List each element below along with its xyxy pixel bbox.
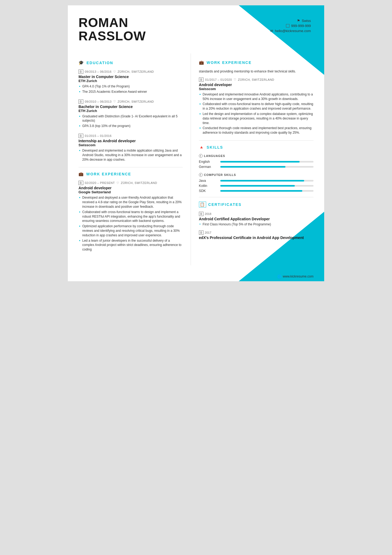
section-sep-3 (199, 197, 313, 197)
work-exp-left-section: 💼 WORK EXPERIENCE 🗓 02/2020 – PRESENT ♡ … (79, 172, 183, 252)
phone-icon (286, 24, 289, 28)
computer-skills-subtitle: i COMPUTER SKILLS (199, 173, 313, 177)
section-sep-2 (199, 140, 313, 141)
edu-bullets-2: Graduated with Distinction (Grade 1- A/ … (79, 114, 183, 128)
cert-year-1: 🗓 2018 (199, 212, 313, 216)
edu-bullet-2-1: GPA 3.8 (top 10% of the program) (79, 124, 183, 128)
cert-year-2: 🗓 2017 (199, 230, 313, 235)
skill-bar-sdk (220, 190, 313, 192)
entry-meta-1: 🗓 09/2013 – 06/2016 ♡ ZÜRICH, SWITZERLAN… (79, 70, 183, 74)
languages-subtitle: i LANGUAGES (199, 154, 313, 158)
work-bullet-1-1: Collaborated with cross-functional teams… (79, 210, 183, 223)
education-section-title: 🎓 EDUCATION (79, 60, 183, 65)
education-entry-1: 🗓 09/2013 – 06/2016 ♡ ZÜRICH, SWITZERLAN… (79, 70, 183, 94)
entry-meta-3: 🗓 01/2015 – 01/2016 (79, 134, 183, 138)
education-entry-2: 🗓 09/2010 – 06/2013 ♡ ZÜRICH, SWITZERLAN… (79, 99, 183, 128)
skill-bar-java (220, 180, 313, 182)
work-bullet-2-2: Led the design and implementation of a c… (199, 112, 313, 125)
work-entry-1: 🗓 02/2020 – PRESENT ♡ ZÜRICH, SWITZERLAN… (79, 181, 183, 252)
edu-bullet-3-0: Developed and implemented a mobile appli… (79, 148, 183, 162)
pin-icon-w2: ♡ (234, 78, 237, 81)
calendar-icon-w2: 🗓 (199, 78, 204, 82)
work-exp-left-title: 💼 WORK EXPERIENCE (79, 172, 183, 176)
edu-bullet-1-0: GPA 4.0 (Top 1% of the Program) (79, 84, 183, 89)
briefcase-icon-right: 💼 (199, 60, 205, 65)
briefcase-icon-left: 💼 (79, 172, 84, 176)
calendar-icon-w1: 🗓 (79, 181, 83, 185)
cert-entry-1: 🗓 2018 Android Certified Application Dev… (199, 212, 313, 227)
calendar-icon-2: 🗓 (79, 99, 83, 104)
skill-fill-english (220, 161, 300, 163)
left-column: 🎓 EDUCATION 🗓 09/2013 – 06/2016 ♡ ZÜRICH… (68, 53, 191, 265)
header-section: ROMAN RASSLOW ⚑ Swiss 999-999-999 ✉ hell… (68, 5, 324, 53)
work-entry-2: 🗓 01/2017 – 01/2020 ♡ ZÜRICH, SWITZERLAN… (199, 78, 313, 135)
education-entry-3: 🗓 01/2015 – 01/2016 Internship as Androi… (79, 134, 183, 162)
pin-icon-2: ♡ (113, 100, 116, 103)
work-bullets-2: Developed and implemented innovative And… (199, 92, 313, 135)
flag-icon: ⚑ (297, 19, 300, 23)
skill-fill-sdk (220, 190, 302, 192)
skill-kotlin: Kotlin (199, 184, 313, 188)
work-bullet-2-3: Conducted thorough code reviews and impl… (199, 126, 313, 135)
website-link: 🌐 www.kickresume.com (277, 275, 313, 279)
resume-document: ROMAN RASSLOW ⚑ Swiss 999-999-999 ✉ hell… (68, 5, 324, 281)
work-bullets-1: Developed and deployed a user-friendly A… (79, 195, 183, 252)
right-column: 💼 WORK EXPERIENCE standards and providin… (191, 53, 324, 265)
phone-item: 999-999-999 (270, 24, 311, 28)
education-section: 🎓 EDUCATION 🗓 09/2013 – 06/2016 ♡ ZÜRICH… (79, 60, 183, 162)
contact-info: ⚑ Swiss 999-999-999 ✉ hello@kickresume.c… (270, 19, 313, 34)
calendar-icon-c1: 🗓 (199, 212, 203, 216)
work-exp-right-title: 💼 WORK EXPERIENCE (199, 60, 313, 65)
skill-bar-kotlin (220, 185, 313, 187)
work-bullet-1-3: Led a team of junior developers in the s… (79, 238, 183, 252)
globe-icon: 🌐 (277, 275, 281, 279)
email-item: ✉ hello@kickresume.com (270, 29, 311, 33)
edu-bullet-1-1: The 2015 Academic Excellence Award winne… (79, 90, 183, 94)
work-bullet-2-0: Developed and implemented innovative And… (199, 92, 313, 101)
skill-german: German (199, 165, 313, 169)
pin-icon-1: ♡ (113, 70, 116, 74)
skills-section-title: 🔺 SKILLS (199, 145, 313, 150)
skill-sdk: SDK (199, 189, 313, 193)
main-content: 🎓 EDUCATION 🗓 09/2013 – 06/2016 ♡ ZÜRICH… (68, 53, 324, 265)
skill-java: Java (199, 179, 313, 183)
edu-bullets-3: Developed and implemented a mobile appli… (79, 148, 183, 162)
work-bullet-1-2: Optimized application performance by con… (79, 224, 183, 237)
languages-subsection: i LANGUAGES English German (199, 154, 313, 169)
computer-skills-subsection: i COMPUTER SKILLS Java Kotlin (199, 173, 313, 193)
certificate-icon: 📋 (199, 202, 206, 207)
work-bullet-2-1: Collaborated with cross-functional teams… (199, 102, 313, 111)
cert-title-1: Android Certified Application Developer (199, 217, 313, 221)
calendar-icon-c2: 🗓 (199, 230, 203, 235)
candidate-name: ROMAN RASSLOW (79, 16, 146, 43)
cert-title-2: edX's Professional Certificate in Androi… (199, 235, 313, 240)
certificates-section: 📋 CERTIFICATES 🗓 2018 Android Certified … (199, 202, 313, 240)
calendar-icon-1: 🗓 (79, 70, 83, 74)
edu-bullets-1: GPA 4.0 (Top 1% of the Program) The 2015… (79, 84, 183, 94)
skills-section: 🔺 SKILLS i LANGUAGES English (199, 145, 313, 193)
footer-section: 🌐 www.kickresume.com (68, 265, 324, 281)
pin-icon-w1: ♡ (116, 181, 119, 185)
skill-english: English (199, 160, 313, 164)
work-meta-2: 🗓 01/2017 – 01/2020 ♡ ZÜRICH, SWITZERLAN… (199, 78, 313, 82)
skills-icon: 🔺 (199, 145, 205, 150)
work-bullet-1-0: Developed and deployed a user-friendly A… (79, 195, 183, 209)
graduation-icon: 🎓 (79, 60, 84, 65)
edu-bullet-2-0: Graduated with Distinction (Grade 1- A/ … (79, 114, 183, 123)
work-meta-1: 🗓 02/2020 – PRESENT ♡ ZÜRICH, SWITZERLAN… (79, 181, 183, 185)
cert-entry-2: 🗓 2017 edX's Professional Certificate in… (199, 230, 313, 240)
info-icon-cs: i (199, 173, 203, 177)
info-icon-lang: i (199, 154, 203, 158)
skill-bar-german (220, 166, 313, 168)
section-sep-1 (79, 167, 183, 167)
skill-bar-english (220, 161, 313, 163)
skill-fill-german (220, 166, 285, 168)
cert-bullets-1: First Class Honours (Top 5% of the Progr… (199, 222, 313, 227)
entry-meta-2: 🗓 09/2010 – 06/2013 ♡ ZÜRICH, SWITZERLAN… (79, 99, 183, 104)
calendar-icon-3: 🗓 (79, 134, 83, 138)
continued-text: standards and providing mentorship to en… (199, 69, 313, 74)
skill-fill-kotlin (220, 185, 295, 187)
skill-fill-java (220, 180, 304, 182)
certificates-section-title: 📋 CERTIFICATES (199, 202, 313, 207)
email-icon: ✉ (270, 29, 273, 33)
